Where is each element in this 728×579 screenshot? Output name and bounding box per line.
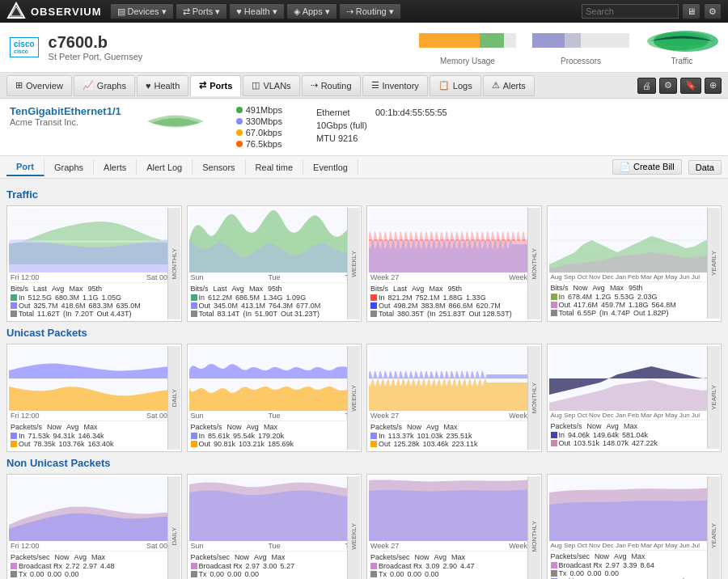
out-color-1 (11, 302, 17, 309)
processors-label: Processors (532, 57, 629, 66)
port-speed-row: 10Gbps (full) (316, 120, 454, 131)
routing-icon: ⇢ (346, 6, 353, 17)
processors-chart (532, 29, 629, 53)
chart-inner-1: Fri 12:00 Sat 00:00 Bits/s Last Avg Max … (9, 208, 180, 319)
tab-overview[interactable]: ⊞ Overview (6, 75, 72, 96)
overview-icon: ⊞ (15, 80, 23, 91)
create-bill-btn[interactable]: 📄 Create Bill (612, 159, 682, 175)
in-dot (236, 107, 243, 113)
unicast-chart-1: Fri 12:00 Sat 00:00 Packets/s Now Avg Ma… (6, 344, 182, 452)
tab-routing[interactable]: ⇢ Routing (302, 75, 361, 96)
right-label-1: MONTHLY (167, 208, 180, 319)
device-graphs: Memory Usage Processors Traffic (419, 29, 718, 66)
tab-logs[interactable]: 📋 Logs (430, 75, 481, 96)
unicast-time-1: Fri 12:00 Sat 00:00 (9, 411, 180, 421)
devices-dropdown-icon: ▾ (162, 6, 167, 17)
unicast-right-2: WEEKLY (347, 346, 360, 450)
ports-nav-btn[interactable]: ⇄ Ports ▾ (176, 3, 228, 19)
devices-nav-btn[interactable]: ▤ Devices ▾ (110, 3, 174, 19)
unicast-svg-3 (369, 346, 540, 411)
ports-icon: ⇄ (183, 6, 190, 17)
chart-outer-2: Sun Tue Thu Bits/s Last Avg Max 95th (189, 208, 360, 319)
non-unicast-section-title: Non Unicast Packets (6, 457, 722, 469)
settings2-icon-btn[interactable]: ⚙ (659, 78, 677, 94)
chart-inner-4: Aug Sep Oct Nov Dec Jan Feb Mar Apr May … (549, 208, 720, 319)
data-btn[interactable]: Data (688, 160, 722, 175)
unicast-charts-row: Fri 12:00 Sat 00:00 Packets/s Now Avg Ma… (6, 344, 722, 452)
stat-out-bps: 330Mbps (236, 116, 282, 126)
total-color-1 (11, 311, 17, 317)
bookmark-icon-btn[interactable]: 🔖 (680, 78, 701, 94)
nu-canvas-1 (9, 476, 180, 541)
chart-inner-2: Sun Tue Thu Bits/s Last Avg Max 95th (189, 208, 360, 319)
tab-alerts[interactable]: ⚠ Alerts (483, 75, 535, 96)
health-nav-btn[interactable]: ♥ Health ▾ (229, 3, 284, 19)
bill-icon: 📄 (620, 162, 631, 171)
tab-inventory[interactable]: ☰ Inventory (362, 75, 428, 96)
sub-tab-sensors[interactable]: Sensors (193, 159, 245, 175)
monitor-icon-btn[interactable]: 🖥 (682, 3, 700, 19)
right-label-2: WEEKLY (347, 208, 360, 319)
non-unicast-chart-3: Week 27 Week 29 Packets/sec Now Avg Max … (366, 474, 542, 579)
traffic-chart-1year: Aug Sep Oct Nov Dec Jan Feb Mar Apr May … (547, 205, 722, 322)
nu-time-1: Fri 12:00 Sat 00:00 (9, 541, 180, 551)
nu-outer-2: Sun Tue Thu Packets/sec Now Avg Max (189, 476, 360, 579)
out-dot (236, 118, 243, 125)
nu-outer-4: Aug Sep Oct Nov Dec Jan Feb Mar Apr May … (549, 476, 720, 579)
apps-nav-btn[interactable]: ◈ Apps ▾ (286, 3, 337, 19)
apps-icon: ◈ (294, 6, 300, 17)
tab-graphs[interactable]: 📈 Graphs (74, 75, 135, 96)
nu-outer-1: Fri 12:00 Sat 00:00 Packets/sec Now Avg … (9, 476, 180, 579)
device-name: c7600.b (49, 33, 143, 52)
unicast-chart-4: Aug Sep Oct Nov Dec Jan Feb Mar Apr May … (547, 344, 722, 452)
nu-svg-4 (549, 476, 720, 541)
share-icon-btn[interactable]: ⊕ (705, 78, 722, 94)
devices-icon: ▤ (117, 6, 125, 17)
device-header: cisco cisco c7600.b St Peter Port, Guern… (0, 23, 728, 73)
processors-graph: Processors (532, 29, 629, 66)
nu-outer-3: Week 27 Week 29 Packets/sec Now Avg Max … (369, 476, 540, 579)
traffic-chart-1week: Sun Tue Thu Bits/s Last Avg Max 95th (187, 205, 362, 322)
stat-in-bps: 491Mbps (236, 105, 282, 115)
sub-tab-eventlog[interactable]: Eventlog (303, 159, 358, 175)
nu-stats-1: Packets/sec Now Avg Max Broadcast Rx 2.7… (9, 551, 180, 579)
routing-nav-btn[interactable]: ⇢ Routing ▾ (339, 3, 401, 19)
settings-icon-btn[interactable]: ⚙ (704, 3, 722, 19)
traffic-label: Traffic (645, 57, 718, 66)
unicast-stats-1: Packets/s Now Avg Max In 71.53k 94.31k 1… (9, 421, 180, 450)
unicast-chart-2: Sun Tue Thu Packets/s Now Avg Max (187, 344, 362, 452)
traffic-canvas-4 (549, 208, 720, 273)
unicast-outer-2: Sun Tue Thu Packets/s Now Avg Max (189, 346, 360, 450)
sub-tab-alert-log[interactable]: Alert Log (137, 159, 193, 175)
nu-stats-2: Packets/sec Now Avg Max Broadcast Rx 2.9… (189, 551, 360, 579)
nu-canvas-4 (549, 476, 720, 541)
sub-tab-realtime[interactable]: Real time (246, 159, 303, 175)
tab-health[interactable]: ♥ Health (137, 75, 188, 96)
memory-label: Memory Usage (419, 57, 516, 66)
sub-tab-alerts[interactable]: Alerts (94, 159, 137, 175)
port-details: Ethernet 00:1b:d4:55:55:55 10Gbps (full)… (315, 105, 455, 146)
unicast-svg-1 (9, 346, 180, 411)
traffic-svg-3 (369, 208, 540, 273)
tab-ports[interactable]: ⇄ Ports (190, 75, 241, 96)
traffic-section-title: Traffic (6, 188, 722, 201)
chart-outer-3: Week 27 Week 29 Bits/s Last Avg Max 95th (369, 208, 540, 319)
svg-rect-4 (480, 33, 504, 48)
memory-graph: Memory Usage (419, 29, 516, 66)
tab-vlans[interactable]: ◫ VLANs (243, 75, 299, 96)
nu-inner-2: Sun Tue Thu Packets/sec Now Avg Max (189, 476, 360, 579)
print-icon-btn[interactable]: 🖨 (637, 78, 656, 94)
search-input[interactable] (582, 4, 679, 19)
nu-right-4: YEARLY (707, 476, 720, 579)
routing-tab-icon: ⇢ (311, 80, 318, 91)
vendor-logo: cisco cisco (10, 37, 39, 57)
non-unicast-chart-4: Aug Sep Oct Nov Dec Jan Feb Mar Apr May … (547, 474, 722, 579)
traffic-chart-1month: Week 27 Week 29 Bits/s Last Avg Max 95th (366, 205, 542, 322)
unicast-right-3: MONTHLY (527, 346, 540, 450)
sub-tab-graphs[interactable]: Graphs (44, 159, 94, 175)
port-mtu-row: MTU 9216 (316, 133, 454, 144)
sub-tab-port[interactable]: Port (6, 158, 44, 176)
chart-outer-4: Aug Sep Oct Nov Dec Jan Feb Mar Apr May … (549, 208, 720, 319)
port-type-row: Ethernet 00:1b:d4:55:55:55 (316, 107, 454, 118)
svg-rect-7 (565, 33, 581, 48)
